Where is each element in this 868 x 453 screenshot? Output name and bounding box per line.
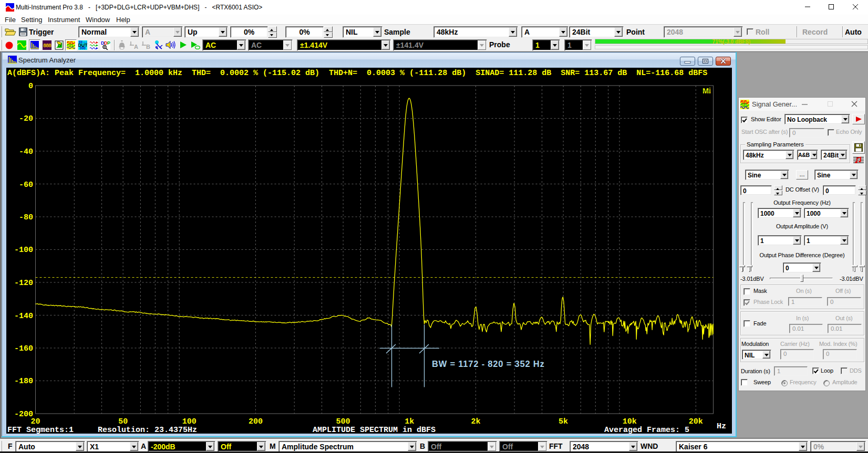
svg-text:Hz: Hz: [717, 422, 726, 431]
svg-text:0: 0: [28, 82, 33, 91]
svg-text:-80: -80: [19, 213, 33, 222]
svg-text:000: 000: [80, 46, 86, 50]
svg-text:2k: 2k: [471, 417, 480, 426]
svg-text:-140: -140: [14, 312, 33, 321]
svg-text:10k: 10k: [623, 417, 637, 426]
svg-text:20k: 20k: [689, 417, 703, 426]
svg-text:5k: 5k: [559, 417, 568, 426]
svg-text:-20: -20: [19, 114, 33, 123]
svg-text:-120: -120: [14, 279, 33, 288]
svg-text:20: 20: [30, 417, 40, 426]
svg-text:-180: -180: [14, 377, 33, 386]
svg-text:200: 200: [249, 417, 263, 426]
svg-text:-40: -40: [19, 148, 33, 156]
svg-text:A: A: [134, 44, 138, 49]
svg-text:-100: -100: [14, 246, 33, 255]
svg-text:888: 888: [43, 43, 51, 49]
svg-text:100: 100: [182, 417, 197, 426]
svg-text:1k: 1k: [405, 417, 414, 426]
svg-text:-160: -160: [14, 344, 33, 353]
svg-text:50: 50: [118, 417, 128, 426]
svg-text:Mi: Mi: [702, 87, 711, 95]
svg-text:P: P: [107, 40, 110, 46]
svg-text:500: 500: [336, 417, 350, 426]
svg-text:BW = 1172 - 820 = 352 Hz: BW = 1172 - 820 = 352 Hz: [432, 359, 545, 368]
svg-text:B: B: [146, 44, 150, 49]
svg-text:-60: -60: [19, 181, 33, 189]
